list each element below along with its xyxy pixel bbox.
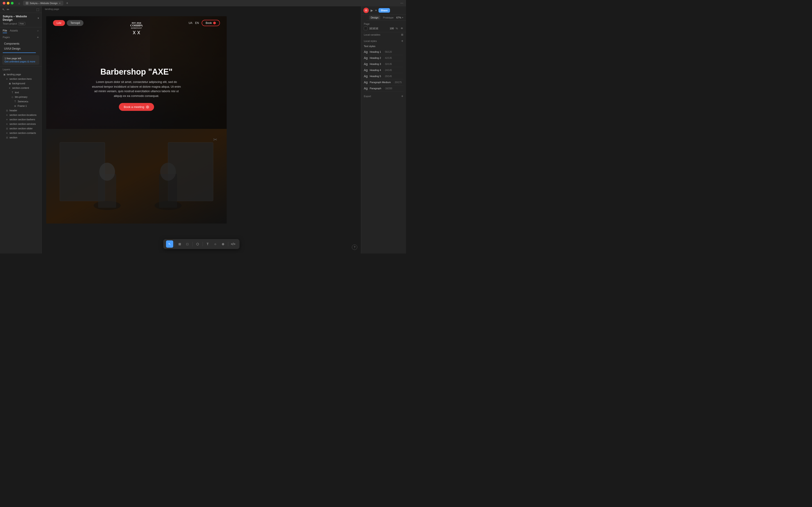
component-icon: ◇ [11, 95, 14, 99]
shape-tool-button[interactable]: □ [184, 240, 191, 248]
visibility-toggle-icon[interactable]: 👁 [401, 27, 403, 30]
code-tool-button[interactable]: </> [230, 240, 237, 248]
layer-section-contacts[interactable]: ≡ section section-contacts [0, 131, 42, 135]
section-icon: ⊡ [5, 127, 9, 130]
traffic-lights [3, 2, 13, 4]
component-icon: ⊡ [5, 109, 9, 112]
tab-file[interactable]: File [3, 29, 7, 33]
text-styles-section: Text styles Ag Heading 1 · 56/120 Ag Hea… [361, 44, 406, 93]
components-nav-item[interactable]: Components [3, 41, 39, 46]
text-style-heading2[interactable]: Ag Heading 2 · 42/135 [364, 55, 403, 61]
close-button[interactable] [3, 2, 5, 4]
local-styles-label: Local styles [364, 40, 377, 42]
page-color-preview[interactable] [364, 26, 367, 30]
text-style-name: Heading 2 [370, 57, 381, 59]
text-style-heading5[interactable]: Ag Heading 5 · 20/145 [364, 73, 403, 79]
tab-title: Sokyra – Website Design [30, 2, 57, 4]
text-style-paragraph-medium[interactable]: Ag Paragraph Medium · 20/175 [364, 79, 403, 86]
tab-design[interactable]: Design [369, 15, 380, 19]
frame-tool-button[interactable]: ⊞ [176, 240, 184, 248]
move-tool-icon[interactable]: ↖ [2, 8, 5, 11]
minimize-button[interactable] [7, 2, 9, 4]
export-section: Export + [361, 93, 406, 100]
help-button[interactable]: ? [352, 244, 357, 250]
text-tool-button[interactable]: T [204, 240, 211, 248]
team-row: Team project Free [3, 22, 39, 25]
page-section: Page 1E1E1E 100 % 👁 [361, 21, 406, 32]
local-variables-label: Local variables [364, 33, 380, 36]
ellipse-tool-button[interactable]: ○ [212, 240, 219, 248]
project-name[interactable]: Sokyra – Website Design ▾ [3, 15, 39, 21]
text-styles-header: Text styles [364, 45, 403, 48]
book-button[interactable]: Book [202, 20, 220, 26]
layers-header: Layers [0, 66, 42, 72]
pen-tool-button[interactable]: ⬡ [194, 240, 201, 248]
ux-ui-nav-item[interactable]: UX/UI Design [3, 46, 39, 51]
svg-point-16 [160, 163, 176, 181]
layer-section-slider[interactable]: ⊡ section section-slider [0, 126, 42, 131]
text-style-heading3[interactable]: Ag Heading 3 · 32/135 [364, 61, 403, 67]
zoom-chevron-icon[interactable]: ▾ [402, 16, 403, 19]
select-tool-button[interactable]: ↖ [166, 240, 173, 248]
layer-landing-page[interactable]: ▣ landing page [0, 72, 42, 76]
new-tab-button[interactable]: + [66, 1, 68, 5]
upgrade-link[interactable]: Get unlimited pages & more [4, 60, 37, 63]
section-icon: ≡ [5, 118, 9, 121]
fullscreen-button[interactable] [11, 2, 13, 4]
book-meeting-button[interactable]: Book a meeting [119, 103, 154, 111]
preview-button[interactable]: ▶ [370, 9, 373, 12]
layer-section-services[interactable]: ≡ section section-services [0, 122, 42, 126]
add-export-button[interactable]: + [401, 94, 403, 98]
section-icon: ≡ [5, 131, 9, 134]
lviv-button[interactable]: Lviv [53, 20, 65, 26]
ternopil-button[interactable]: Ternopil [67, 20, 84, 26]
tab-prototype[interactable]: Prototype [381, 15, 395, 19]
layers-list: ▣ landing page ≡ section section-hero ▣ … [0, 72, 42, 140]
components-tool-button[interactable]: ⊕ [219, 240, 227, 248]
layer-section-locations[interactable]: ≡ section section-locations [0, 113, 42, 117]
add-page-button[interactable]: + [37, 36, 39, 39]
lang-en[interactable]: EN [195, 21, 199, 24]
text-style-props: · 56/120 [384, 51, 392, 53]
layer-section[interactable]: ⊡ section [0, 135, 42, 140]
text-style-name: Heading 3 [370, 63, 381, 65]
pen-tool-icon[interactable]: ✏ [7, 8, 9, 11]
home-icon[interactable]: ⌂ [17, 1, 21, 5]
nav-items: Components UX/UI Design [0, 40, 42, 52]
layer-section-barbers[interactable]: ≡ section section-barbers [0, 117, 42, 122]
layer-header[interactable]: ⊡ header [0, 108, 42, 113]
section-icon: ≡ [8, 86, 11, 90]
nav-right: UA EN Book [189, 20, 220, 26]
canvas-viewport[interactable]: Lviv Ternopil EST. 2016 СОНИРА BARBERSHO… [42, 12, 361, 253]
layer-section-content[interactable]: ≡ section-content [0, 86, 42, 90]
layer-section-hero[interactable]: ≡ section section-hero [0, 76, 42, 81]
text-style-heading1[interactable]: Ag Heading 1 · 56/120 [364, 49, 403, 55]
share-button[interactable]: Share [378, 8, 390, 13]
tab-assets[interactable]: Assets [10, 29, 18, 33]
local-variables-edit-icon[interactable]: ⊞ [401, 33, 403, 36]
book-button-dot [213, 22, 216, 24]
search-icon[interactable]: ⌕ [37, 29, 39, 33]
section-icon: ⊡ [5, 136, 9, 139]
text-style-paragraph[interactable]: Ag Paragraph · 16/200 [364, 86, 403, 92]
text-style-ag-icon: Ag [364, 74, 368, 78]
sidebar-toggle-icon[interactable]: ⬚ [36, 8, 39, 11]
play-arrow-icon[interactable]: ▾ [375, 9, 377, 12]
left-panel: ↖ ✏ ⬚ Sokyra – Website Design ▾ Team pro… [0, 6, 42, 253]
layer-frame1[interactable]: ⊞ Frame 1 [0, 104, 42, 108]
browser-tab[interactable]: Sokyra – Website Design ✕ [23, 1, 63, 6]
layer-btn-primary[interactable]: ◇ btn-primary [0, 95, 42, 99]
layer-zapisys[interactable]: T Записись [0, 99, 42, 104]
tab-close-icon[interactable]: ✕ [59, 2, 61, 4]
add-style-button[interactable]: + [401, 39, 403, 43]
layer-background[interactable]: ▣ background [0, 81, 42, 86]
toolbar-separator-2 [192, 242, 193, 246]
lang-ua[interactable]: UA [189, 21, 192, 24]
layer-text[interactable]: T text [0, 90, 42, 95]
svg-text:BARBERSHOP: BARBERSHOP [131, 27, 142, 29]
pages-section-header: Pages + [0, 34, 42, 40]
text-style-heading4[interactable]: Ag Heading 4 · 24/145 [364, 67, 403, 73]
barbers-section-bg: ✂ [46, 129, 227, 224]
text-style-name: Heading 1 [370, 51, 381, 53]
canvas-toolbar: ↖ ⊞ □ ⬡ T ○ ⊕ </> [163, 239, 240, 249]
